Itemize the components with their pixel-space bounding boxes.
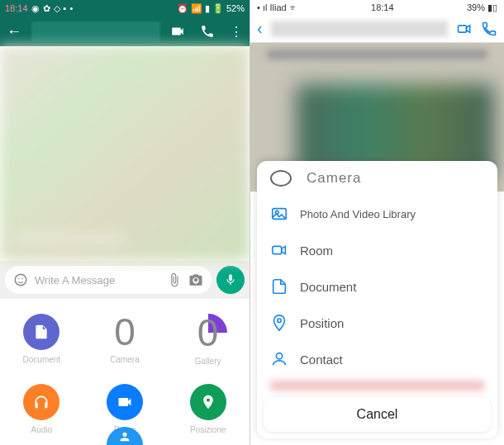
- camera-icon[interactable]: [188, 272, 203, 287]
- notif-icon: ✿: [43, 3, 50, 14]
- message-composer: Write A Message: [0, 261, 250, 299]
- alarm-icon: ⏰: [177, 3, 188, 14]
- ios-chat-header: ‹: [250, 15, 504, 43]
- sheet-photo-library[interactable]: Photo And Video Library: [257, 196, 497, 232]
- wifi-icon: 📶: [191, 3, 202, 14]
- contact-icon: [270, 350, 288, 368]
- voice-record-button[interactable]: [216, 266, 245, 294]
- battery-pct: 52%: [226, 3, 245, 13]
- whatsapp-header: ← ⋮: [0, 17, 250, 46]
- attachment-panel: Document 0 Camera 0 Gallery Audio Room: [0, 299, 250, 445]
- person-icon: [118, 430, 131, 443]
- cancel-button[interactable]: Cancel: [264, 397, 491, 432]
- notif-icon: •: [69, 3, 73, 13]
- video-call-icon[interactable]: [456, 21, 473, 37]
- signal-icon: ▮: [205, 3, 210, 14]
- sheet-document[interactable]: Document: [257, 268, 497, 305]
- sheet-contact[interactable]: Contact: [257, 341, 497, 377]
- message-input[interactable]: Write A Message: [5, 266, 212, 294]
- input-placeholder: Write A Message: [35, 274, 160, 286]
- contact-name-blurred[interactable]: [31, 21, 160, 41]
- notif-icon: ▪: [64, 3, 67, 13]
- camera-circle-icon: 0: [114, 314, 136, 350]
- attach-position-label: Posizione: [190, 425, 226, 434]
- ios-attachment-sheet: Camera Photo And Video Library Room Docu…: [257, 161, 497, 438]
- camera-icon: [270, 170, 292, 187]
- svg-rect-7: [273, 246, 282, 253]
- headphones-icon: [33, 394, 50, 410]
- attach-document[interactable]: Document: [12, 314, 70, 366]
- android-status-bar: 18:14 ◉ ✿ ◇ ▪ • ⏰ 📶 ▮ 🔋 52%: [0, 0, 250, 17]
- attach-audio-label: Audio: [31, 425, 53, 434]
- document-icon: [270, 277, 288, 296]
- svg-point-2: [22, 278, 24, 280]
- status-time: 18:14: [5, 3, 28, 13]
- contact-name-blurred[interactable]: [271, 21, 448, 37]
- location-icon: [200, 394, 216, 410]
- room-icon: [270, 241, 288, 259]
- video-call-icon[interactable]: [170, 24, 185, 39]
- chat-background-blurred: [0, 46, 250, 261]
- svg-point-8: [278, 319, 282, 323]
- svg-point-3: [194, 278, 198, 282]
- location-icon: [270, 314, 288, 332]
- attach-gallery[interactable]: 0 Gallery: [179, 314, 237, 366]
- svg-point-0: [15, 274, 26, 286]
- notif-icon: ◇: [54, 3, 60, 14]
- sheet-position[interactable]: Position: [257, 305, 497, 341]
- status-time: 18:14: [371, 2, 394, 12]
- svg-point-1: [18, 278, 20, 280]
- battery-icon: 🔋: [212, 3, 224, 14]
- photo-icon: [270, 205, 288, 223]
- notif-icon: ◉: [31, 3, 40, 14]
- voice-call-icon[interactable]: [200, 24, 215, 39]
- svg-rect-4: [459, 25, 467, 31]
- ios-status-bar: • ıl Iliad ᯤ 18:14 39% ▮▯: [250, 0, 504, 15]
- attach-camera[interactable]: 0 Camera: [96, 314, 154, 366]
- blurred-text: [270, 381, 484, 391]
- attachment-icon[interactable]: [167, 272, 182, 287]
- android-pane: 18:14 ◉ ✿ ◇ ▪ • ⏰ 📶 ▮ 🔋 52% ← ⋮ Write A …: [0, 0, 250, 445]
- gallery-icon: 0: [189, 314, 227, 352]
- mic-icon: [224, 273, 237, 286]
- attach-gallery-label: Gallery: [195, 357, 221, 366]
- document-icon: [33, 324, 50, 340]
- attach-camera-label: Camera: [110, 355, 140, 364]
- svg-point-9: [276, 353, 282, 359]
- attach-audio[interactable]: Audio: [12, 384, 70, 434]
- ios-pane: • ıl Iliad ᯤ 18:14 39% ▮▯ ‹ Camera Photo…: [250, 0, 504, 445]
- menu-icon[interactable]: ⋮: [230, 24, 243, 40]
- attach-position[interactable]: Posizione: [179, 384, 237, 434]
- voice-call-icon[interactable]: [481, 21, 497, 37]
- attach-document-label: Document: [23, 355, 61, 364]
- room-icon: [116, 394, 133, 410]
- emoji-icon[interactable]: [13, 272, 28, 287]
- sheet-camera[interactable]: Camera: [257, 161, 497, 196]
- battery: 39% ▮▯: [467, 2, 497, 13]
- back-button[interactable]: ‹: [257, 19, 263, 38]
- back-button[interactable]: ←: [7, 23, 21, 40]
- sheet-room[interactable]: Room: [257, 232, 497, 268]
- carrier: • ıl Iliad ᯤ: [257, 2, 298, 12]
